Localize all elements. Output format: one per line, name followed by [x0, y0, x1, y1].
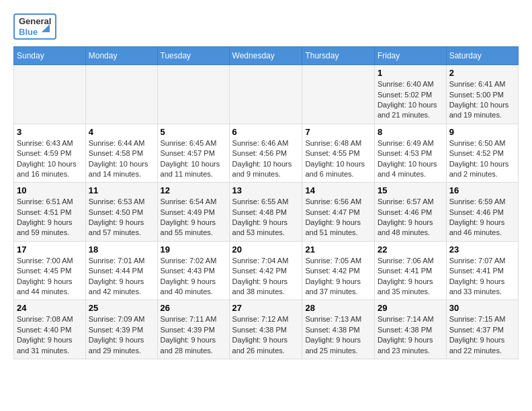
- day-info: Sunrise: 6:45 AM Sunset: 4:57 PM Dayligh…: [161, 138, 226, 180]
- day-info: Sunrise: 6:48 AM Sunset: 4:55 PM Dayligh…: [305, 138, 371, 180]
- calendar-cell: 5Sunrise: 6:45 AM Sunset: 4:57 PM Daylig…: [157, 124, 229, 183]
- logo-graphic: GeneralBlue: [13, 13, 56, 40]
- calendar-cell: 21Sunrise: 7:05 AM Sunset: 4:42 PM Dayli…: [302, 241, 375, 300]
- calendar-cell: 19Sunrise: 7:02 AM Sunset: 4:43 PM Dayli…: [157, 241, 229, 300]
- weekday-header: Saturday: [446, 47, 518, 65]
- day-number: 27: [232, 303, 300, 313]
- day-info: Sunrise: 6:51 AM Sunset: 4:51 PM Dayligh…: [17, 197, 83, 238]
- day-number: 12: [161, 185, 226, 195]
- calendar-cell: 30Sunrise: 7:15 AM Sunset: 4:37 PM Dayli…: [446, 300, 518, 359]
- day-info: Sunrise: 7:15 AM Sunset: 4:37 PM Dayligh…: [449, 314, 515, 356]
- calendar-header: SundayMondayTuesdayWednesdayThursdayFrid…: [14, 47, 519, 65]
- day-number: 28: [305, 303, 371, 313]
- calendar-cell: 26Sunrise: 7:11 AM Sunset: 4:39 PM Dayli…: [157, 300, 229, 359]
- day-number: 9: [449, 127, 515, 137]
- calendar-cell: [157, 65, 229, 124]
- day-number: 15: [378, 185, 443, 195]
- day-number: 24: [17, 303, 83, 313]
- day-number: 1: [378, 68, 443, 78]
- calendar-cell: 27Sunrise: 7:12 AM Sunset: 4:38 PM Dayli…: [229, 300, 302, 359]
- calendar-cell: 13Sunrise: 6:55 AM Sunset: 4:48 PM Dayli…: [229, 183, 302, 242]
- calendar-cell: 3Sunrise: 6:43 AM Sunset: 4:59 PM Daylig…: [14, 124, 86, 183]
- calendar-cell: 20Sunrise: 7:04 AM Sunset: 4:42 PM Dayli…: [229, 241, 302, 300]
- calendar-cell: [85, 65, 157, 124]
- day-info: Sunrise: 6:40 AM Sunset: 5:02 PM Dayligh…: [378, 79, 443, 121]
- day-info: Sunrise: 6:44 AM Sunset: 4:58 PM Dayligh…: [89, 138, 154, 180]
- calendar-cell: 2Sunrise: 6:41 AM Sunset: 5:00 PM Daylig…: [446, 65, 518, 124]
- day-number: 10: [17, 185, 83, 195]
- day-number: 25: [89, 303, 154, 313]
- calendar-week: 17Sunrise: 7:00 AM Sunset: 4:45 PM Dayli…: [14, 241, 519, 300]
- day-info: Sunrise: 7:08 AM Sunset: 4:40 PM Dayligh…: [17, 314, 83, 356]
- day-info: Sunrise: 7:13 AM Sunset: 4:38 PM Dayligh…: [305, 314, 371, 356]
- day-number: 20: [232, 244, 300, 255]
- day-info: Sunrise: 7:00 AM Sunset: 4:45 PM Dayligh…: [17, 256, 83, 298]
- day-number: 13: [232, 185, 300, 195]
- day-info: Sunrise: 6:56 AM Sunset: 4:47 PM Dayligh…: [305, 197, 371, 238]
- day-info: Sunrise: 6:59 AM Sunset: 4:46 PM Dayligh…: [449, 197, 515, 238]
- calendar-cell: 4Sunrise: 6:44 AM Sunset: 4:58 PM Daylig…: [85, 124, 157, 183]
- day-number: 29: [378, 303, 443, 313]
- calendar-cell: 12Sunrise: 6:54 AM Sunset: 4:49 PM Dayli…: [157, 183, 229, 242]
- day-info: Sunrise: 6:49 AM Sunset: 4:53 PM Dayligh…: [378, 138, 443, 180]
- day-number: 6: [232, 127, 300, 137]
- calendar-cell: [229, 65, 302, 124]
- calendar-cell: 14Sunrise: 6:56 AM Sunset: 4:47 PM Dayli…: [302, 183, 375, 242]
- day-info: Sunrise: 7:07 AM Sunset: 4:41 PM Dayligh…: [449, 256, 515, 298]
- day-info: Sunrise: 6:43 AM Sunset: 4:59 PM Dayligh…: [17, 138, 83, 180]
- calendar-cell: 16Sunrise: 6:59 AM Sunset: 4:46 PM Dayli…: [446, 183, 518, 242]
- weekday-header: Friday: [374, 47, 446, 65]
- day-info: Sunrise: 6:41 AM Sunset: 5:00 PM Dayligh…: [449, 79, 515, 121]
- day-info: Sunrise: 6:55 AM Sunset: 4:48 PM Dayligh…: [232, 197, 300, 238]
- day-info: Sunrise: 7:02 AM Sunset: 4:43 PM Dayligh…: [161, 256, 226, 298]
- day-info: Sunrise: 7:11 AM Sunset: 4:39 PM Dayligh…: [161, 314, 226, 356]
- calendar-cell: 11Sunrise: 6:53 AM Sunset: 4:50 PM Dayli…: [85, 183, 157, 242]
- page-header: GeneralBlue: [13, 13, 519, 40]
- calendar-cell: 24Sunrise: 7:08 AM Sunset: 4:40 PM Dayli…: [14, 300, 86, 359]
- day-number: 23: [449, 244, 515, 255]
- day-number: 4: [89, 127, 154, 137]
- calendar-cell: 22Sunrise: 7:06 AM Sunset: 4:41 PM Dayli…: [374, 241, 446, 300]
- day-number: 17: [17, 244, 83, 255]
- weekday-header: Thursday: [302, 47, 375, 65]
- day-number: 19: [161, 244, 226, 255]
- day-number: 2: [449, 68, 515, 78]
- day-number: 14: [305, 185, 371, 195]
- weekday-header: Sunday: [14, 47, 86, 65]
- day-info: Sunrise: 7:09 AM Sunset: 4:39 PM Dayligh…: [89, 314, 154, 356]
- day-number: 26: [161, 303, 226, 313]
- calendar-week: 1Sunrise: 6:40 AM Sunset: 5:02 PM Daylig…: [14, 65, 519, 124]
- calendar-cell: 8Sunrise: 6:49 AM Sunset: 4:53 PM Daylig…: [374, 124, 446, 183]
- calendar-cell: 28Sunrise: 7:13 AM Sunset: 4:38 PM Dayli…: [302, 300, 375, 359]
- calendar-cell: 18Sunrise: 7:01 AM Sunset: 4:44 PM Dayli…: [85, 241, 157, 300]
- day-info: Sunrise: 6:57 AM Sunset: 4:46 PM Dayligh…: [378, 197, 443, 238]
- day-number: 5: [161, 127, 226, 137]
- calendar-cell: [14, 65, 86, 124]
- day-info: Sunrise: 7:05 AM Sunset: 4:42 PM Dayligh…: [305, 256, 371, 298]
- calendar-cell: [302, 65, 375, 124]
- calendar-cell: 6Sunrise: 6:46 AM Sunset: 4:56 PM Daylig…: [229, 124, 302, 183]
- day-info: Sunrise: 6:50 AM Sunset: 4:52 PM Dayligh…: [449, 138, 515, 180]
- day-info: Sunrise: 7:04 AM Sunset: 4:42 PM Dayligh…: [232, 256, 300, 298]
- day-number: 7: [305, 127, 371, 137]
- day-info: Sunrise: 6:46 AM Sunset: 4:56 PM Dayligh…: [232, 138, 300, 180]
- calendar-week: 24Sunrise: 7:08 AM Sunset: 4:40 PM Dayli…: [14, 300, 519, 359]
- day-info: Sunrise: 7:12 AM Sunset: 4:38 PM Dayligh…: [232, 314, 300, 356]
- calendar-cell: 7Sunrise: 6:48 AM Sunset: 4:55 PM Daylig…: [302, 124, 375, 183]
- calendar-cell: 1Sunrise: 6:40 AM Sunset: 5:02 PM Daylig…: [374, 65, 446, 124]
- day-info: Sunrise: 7:06 AM Sunset: 4:41 PM Dayligh…: [378, 256, 443, 298]
- logo: GeneralBlue: [13, 13, 56, 40]
- calendar-cell: 29Sunrise: 7:14 AM Sunset: 4:38 PM Dayli…: [374, 300, 446, 359]
- calendar-body: 1Sunrise: 6:40 AM Sunset: 5:02 PM Daylig…: [14, 65, 519, 359]
- day-number: 8: [378, 127, 443, 137]
- calendar-week: 10Sunrise: 6:51 AM Sunset: 4:51 PM Dayli…: [14, 183, 519, 242]
- day-info: Sunrise: 6:54 AM Sunset: 4:49 PM Dayligh…: [161, 197, 226, 238]
- day-number: 3: [17, 127, 83, 137]
- calendar-cell: 15Sunrise: 6:57 AM Sunset: 4:46 PM Dayli…: [374, 183, 446, 242]
- day-number: 21: [305, 244, 371, 255]
- calendar-cell: 10Sunrise: 6:51 AM Sunset: 4:51 PM Dayli…: [14, 183, 86, 242]
- day-number: 16: [449, 185, 515, 195]
- weekday-header: Tuesday: [157, 47, 229, 65]
- calendar-cell: 25Sunrise: 7:09 AM Sunset: 4:39 PM Dayli…: [85, 300, 157, 359]
- day-number: 18: [89, 244, 154, 255]
